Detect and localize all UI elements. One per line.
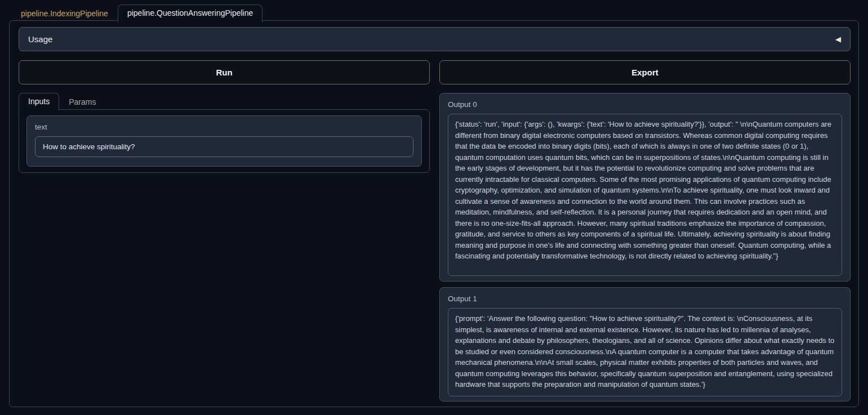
tab-params[interactable]: Params <box>59 93 105 111</box>
tab-question-answering-pipeline[interactable]: pipeline.QuestionAnsweringPipeline <box>118 5 262 23</box>
inputs-tab-panel: text <box>19 109 430 173</box>
text-field-label: text <box>35 123 413 131</box>
text-input-group: text <box>26 115 422 167</box>
output-0-group: Output 0 {'status': 'run', 'input': {'ar… <box>439 93 851 282</box>
usage-accordion[interactable]: Usage ◀ <box>19 27 851 51</box>
output-1-label: Output 1 <box>448 294 842 303</box>
pipeline-panel: Usage ◀ Run Export Inputs Params text Ou… <box>9 20 859 407</box>
tab-indexing-pipeline[interactable]: pipeline.IndexingPipeline <box>11 5 118 23</box>
output-0-label: Output 0 <box>448 100 842 109</box>
tab-inputs[interactable]: Inputs <box>19 93 59 111</box>
app-root: pipeline.IndexingPipeline pipeline.Quest… <box>0 0 868 415</box>
pipeline-tabbar: pipeline.IndexingPipeline pipeline.Quest… <box>11 5 262 23</box>
output-1-textbox[interactable]: {'prompt': 'Answer the following questio… <box>448 308 842 396</box>
run-button[interactable]: Run <box>19 60 430 84</box>
output-0-textbox[interactable]: {'status': 'run', 'input': {'args': (), … <box>448 114 842 276</box>
output-1-group: Output 1 {'prompt': 'Answer the followin… <box>439 287 851 401</box>
io-tabbar: Inputs Params <box>19 93 105 111</box>
accordion-collapse-icon: ◀ <box>835 35 841 43</box>
text-input[interactable] <box>35 136 413 157</box>
usage-accordion-label: Usage <box>28 34 52 44</box>
export-button[interactable]: Export <box>439 60 851 84</box>
